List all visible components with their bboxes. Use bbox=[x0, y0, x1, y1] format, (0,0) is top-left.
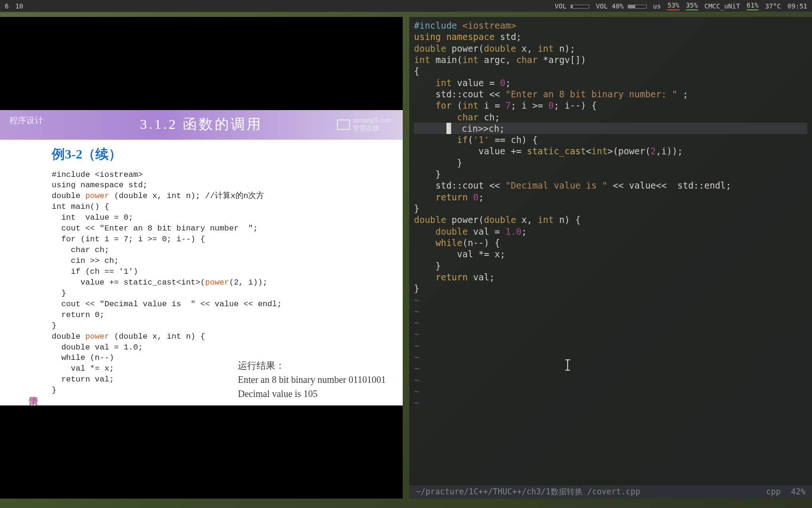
book-icon bbox=[337, 119, 350, 130]
editor-filetype: cpp bbox=[766, 487, 781, 497]
clock: 09:51 bbox=[788, 2, 807, 10]
workspace: 程序设计 3.1.2 函数的调用 xuetangX.com 学堂在线 例3-2（… bbox=[0, 12, 812, 508]
keyboard-layout[interactable]: us bbox=[653, 2, 661, 10]
xuetangx-logo: xuetangX.com 学堂在线 bbox=[337, 117, 391, 133]
slide-run-result: 运行结果： Enter an 8 bit binary number 01101… bbox=[238, 358, 386, 401]
memory-percent: 35% bbox=[686, 1, 698, 10]
tsinghua-logo: 清華大學 bbox=[0, 373, 42, 405]
workspace-count: 10 bbox=[15, 2, 23, 10]
cpu-percent: 53% bbox=[667, 1, 679, 10]
editor-block-cursor bbox=[446, 123, 451, 134]
editor-scroll-percent: 42% bbox=[791, 487, 805, 497]
volume-pct: VOL 40% bbox=[596, 2, 646, 10]
status-bar: 6 10 VOL VOL 40% us 53% 35% CMCC_uNiT 61… bbox=[0, 0, 812, 12]
volume-label: VOL bbox=[554, 2, 589, 10]
video-player-pane[interactable]: 程序设计 3.1.2 函数的调用 xuetangX.com 学堂在线 例3-2（… bbox=[0, 17, 403, 499]
text-editor-pane[interactable]: #include <iostream>using namespace std;d… bbox=[409, 17, 812, 499]
slide-body: 例3-2（续） #include <iostream>using namespa… bbox=[0, 140, 403, 405]
text-caret-icon bbox=[567, 359, 568, 371]
editor-content[interactable]: #include <iostream>using namespace std;d… bbox=[409, 17, 812, 485]
temperature: 37°C bbox=[765, 2, 781, 10]
lecture-slide: 程序设计 3.1.2 函数的调用 xuetangX.com 学堂在线 例3-2（… bbox=[0, 110, 403, 405]
workspace-current[interactable]: 6 bbox=[5, 2, 8, 10]
slide-title: 3.1.2 函数的调用 bbox=[9, 115, 393, 134]
editor-status-line: ~/practure/1C++/THUC++/ch3/1数据转换 /covert… bbox=[409, 485, 812, 499]
slide-header: 程序设计 3.1.2 函数的调用 xuetangX.com 学堂在线 bbox=[0, 110, 403, 140]
battery-percent: 61% bbox=[747, 1, 758, 10]
slide-subtitle: 例3-2（续） bbox=[52, 145, 389, 163]
editor-file-path: ~/practure/1C++/THUC++/ch3/1数据转换 /covert… bbox=[416, 487, 640, 497]
network-name[interactable]: CMCC_uNiT bbox=[704, 2, 740, 10]
